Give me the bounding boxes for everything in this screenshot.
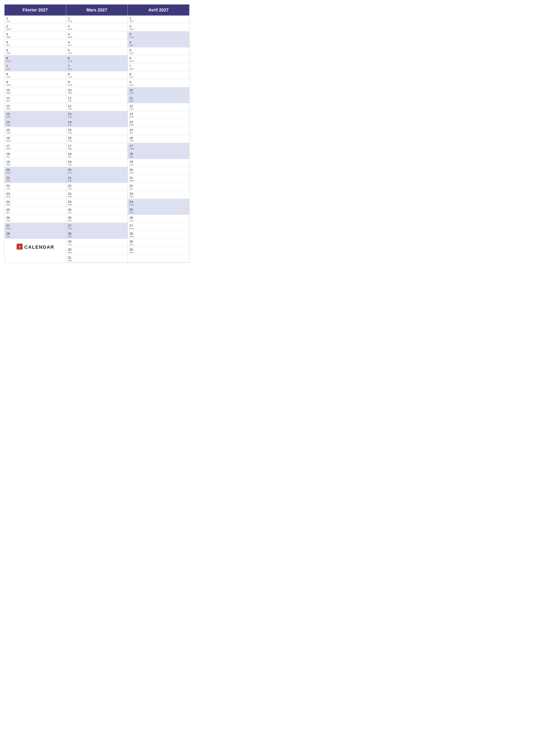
day-row: 14DIM <box>5 119 66 127</box>
day-number: 10 <box>129 88 188 92</box>
day-row: 20SAM <box>66 167 127 175</box>
day-name: DIM <box>6 180 64 182</box>
day-number: 26 <box>68 216 126 220</box>
day-name: MAR <box>68 196 126 198</box>
day-name: SAM <box>129 36 188 39</box>
day-number: 1 <box>68 16 126 20</box>
day-row: 30MAR <box>66 247 127 255</box>
day-number: 3 <box>129 32 188 36</box>
day-number: 10 <box>6 88 64 92</box>
day-name: JEU <box>6 212 64 214</box>
day-name: MER <box>6 148 64 150</box>
day-name: JEU <box>129 244 188 246</box>
day-name: DIM <box>68 124 126 126</box>
day-number: 18 <box>68 152 126 156</box>
day-name: MER <box>6 36 64 39</box>
day-name: JEU <box>129 188 188 190</box>
svg-rect-1 <box>16 244 23 246</box>
month-header-0: Février 2027 <box>5 5 66 15</box>
day-row: 24SAM <box>128 199 189 207</box>
day-number: 5 <box>68 48 126 52</box>
day-name: SAM <box>6 60 64 62</box>
day-name: JEU <box>68 44 126 46</box>
day-name: VEN <box>6 108 64 110</box>
calendar-body: 1LUN2MAR3MER4JEU5VEN6SAM7DIM8LUN9MAR10ME… <box>5 15 189 263</box>
day-row: 1JEU <box>128 15 189 23</box>
day-row: 9MAR <box>5 79 66 87</box>
day-row: 20SAM <box>5 167 66 175</box>
day-name: MER <box>129 180 188 182</box>
day-row: 7DIM <box>5 63 66 71</box>
day-row: 1LUN <box>66 15 127 23</box>
day-row: 18JEU <box>66 151 127 159</box>
day-number: 19 <box>129 160 188 164</box>
day-number: 20 <box>6 168 64 172</box>
day-row: 6MAR <box>128 55 189 63</box>
day-name: DIM <box>6 235 64 238</box>
day-name: SAM <box>68 116 126 118</box>
day-row: 31MER <box>66 255 127 263</box>
day-name: MAR <box>6 28 64 30</box>
day-row: 22LUN <box>66 183 127 191</box>
day-row: 2MAR <box>5 23 66 32</box>
day-row: 15LUN <box>66 127 127 135</box>
day-row: 8LUN <box>66 71 127 79</box>
day-name: DIM <box>129 156 188 158</box>
svg-text:7: 7 <box>19 246 21 249</box>
day-number: 25 <box>6 208 64 212</box>
day-number: 28 <box>129 232 188 235</box>
day-number: 15 <box>6 128 64 132</box>
day-name: SAM <box>68 228 126 230</box>
day-name: LUN <box>68 188 126 190</box>
day-row: 11JEU <box>5 95 66 103</box>
day-row: 15JEU <box>128 127 189 135</box>
day-number: 1 <box>129 16 188 20</box>
calendar-logo-text: CALENDAR <box>24 244 54 250</box>
day-name: MER <box>68 148 126 150</box>
day-row: 4JEU <box>66 40 127 47</box>
day-row: 21DIM <box>66 175 127 183</box>
day-number: 13 <box>6 112 64 116</box>
day-name: VEN <box>6 220 64 222</box>
day-name: JEU <box>129 76 188 78</box>
day-row: 21MER <box>128 175 189 183</box>
day-number: 31 <box>68 256 126 259</box>
day-name: SAM <box>6 116 64 118</box>
day-row: 3MER <box>66 32 127 40</box>
day-row: 23VEN <box>128 191 189 199</box>
day-row: 5LUN <box>128 47 189 55</box>
day-row: 28MER <box>128 231 189 239</box>
day-row: 4DIM <box>128 40 189 47</box>
day-name: MAR <box>68 140 126 142</box>
day-name: JEU <box>68 156 126 158</box>
day-number: 29 <box>68 240 126 244</box>
day-number: 16 <box>68 136 126 140</box>
day-name: DIM <box>6 124 64 126</box>
day-number: 16 <box>129 136 188 140</box>
day-name: LUN <box>6 132 64 134</box>
day-row: 22LUN <box>5 183 66 191</box>
day-name: MER <box>129 235 188 238</box>
day-number: 12 <box>68 104 126 108</box>
day-number: 21 <box>129 176 188 180</box>
day-name: JEU <box>129 20 188 22</box>
day-row: 14DIM <box>66 119 127 127</box>
day-number: 17 <box>68 144 126 148</box>
day-name: SAM <box>6 228 64 230</box>
day-row: 5VEN <box>66 47 127 55</box>
day-number: 6 <box>129 56 188 60</box>
day-name: DIM <box>6 68 64 70</box>
day-number: 12 <box>129 104 188 108</box>
day-name: LUN <box>6 20 64 22</box>
day-row: 23MAR <box>66 191 127 199</box>
day-name: MER <box>6 92 64 94</box>
day-name: VEN <box>68 52 126 54</box>
day-number: 20 <box>129 168 188 172</box>
day-name: JEU <box>6 100 64 102</box>
day-name: VEN <box>129 196 188 198</box>
day-number: 2 <box>68 24 126 28</box>
day-number: 27 <box>129 224 188 228</box>
day-name: MER <box>68 259 126 262</box>
day-name: MAR <box>129 172 188 174</box>
day-number: 9 <box>68 80 126 84</box>
